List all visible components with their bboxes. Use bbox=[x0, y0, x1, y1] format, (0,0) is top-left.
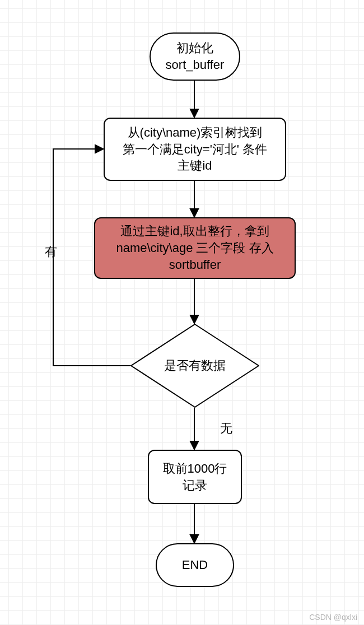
edge-no-label: 无 bbox=[220, 420, 232, 437]
top1000-line2: 记录 bbox=[163, 477, 227, 494]
top1000-line1: 取前1000行 bbox=[163, 460, 227, 477]
node-find-index: 从(city\name)索引树找到 第一个满足city='河北' 条件 主键id bbox=[104, 118, 286, 181]
node-decision: 是否有数据 bbox=[130, 324, 259, 408]
edge-yes-label: 有 bbox=[45, 244, 57, 260]
start-line1: 初始化 bbox=[166, 40, 225, 57]
flowchart-canvas: 初始化 sort_buffer 从(city\name)索引树找到 第一个满足c… bbox=[0, 0, 364, 625]
decision-label: 是否有数据 bbox=[164, 357, 226, 374]
connectors bbox=[0, 0, 364, 625]
node-fetch-row: 通过主键id,取出整行，拿到 name\city\age 三个字段 存入 sor… bbox=[94, 217, 296, 279]
start-line2: sort_buffer bbox=[166, 57, 225, 73]
node-top1000: 取前1000行 记录 bbox=[148, 450, 242, 504]
watermark-text: CSDN @qxlxi bbox=[309, 613, 357, 622]
node-end: END bbox=[156, 543, 234, 587]
node-start: 初始化 sort_buffer bbox=[150, 32, 240, 81]
